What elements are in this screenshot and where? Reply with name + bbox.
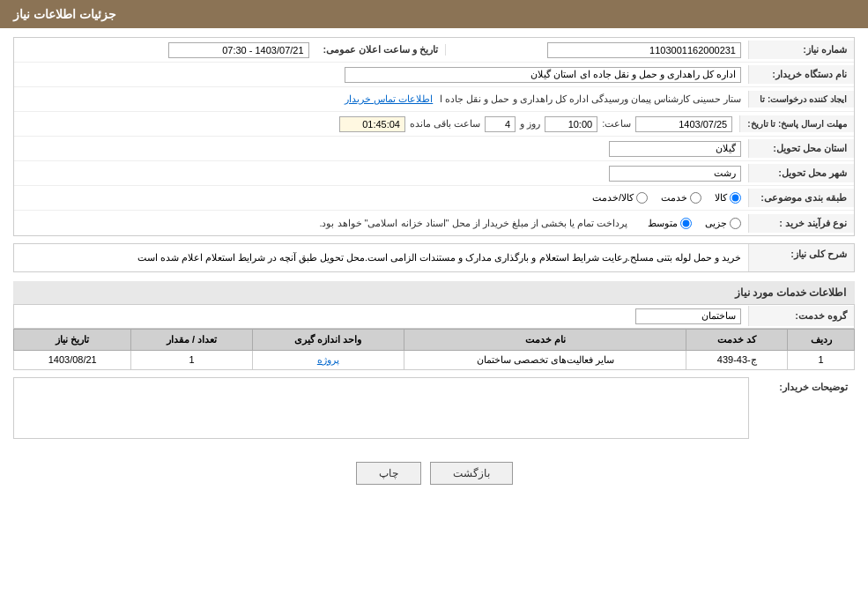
announce-date-input[interactable] <box>168 42 309 58</box>
send-date-label: مهلت ارسال پاسخ: تا تاریخ: <box>739 115 854 132</box>
services-section-title: اطلاعات خدمات مورد نیاز <box>13 281 855 305</box>
row-category: طبقه بندی موضوعی: کالا خدمت کالا/خدمت <box>14 186 854 211</box>
order-number-input[interactable] <box>547 42 741 58</box>
radio-jazii-label: جزیی <box>705 218 727 229</box>
row-city: شهر محل تحویل: <box>14 161 854 186</box>
description-section: شرح کلی نیاز: خرید و حمل لوله بتنی مسلح.… <box>13 243 855 272</box>
service-group-label: گروه خدمت: <box>748 306 854 326</box>
col-date: تاریخ نیاز <box>14 329 131 350</box>
remaining-input[interactable] <box>339 116 405 132</box>
row-buyer-org: نام دستگاه خریدار: <box>14 63 854 87</box>
radio-kala[interactable]: کالا <box>715 192 741 204</box>
radio-motavasset[interactable]: متوسط <box>648 218 692 229</box>
back-button[interactable]: بازگشت <box>430 462 513 485</box>
row-order-number: شماره نیاز: تاریخ و ساعت اعلان عمومی: <box>14 38 854 63</box>
row-process: نوع فرآیند خرید : جزیی متوسط پرداخت تمام… <box>14 211 854 235</box>
buyer-org-label: نام دستگاه خریدار: <box>748 65 854 84</box>
creator-label: ایجاد کننده درخواست: تا <box>748 91 854 108</box>
buyer-notes-section: توضیحات خریدار: <box>13 377 855 442</box>
order-number-label: شماره نیاز: <box>748 41 854 59</box>
col-service-code: کد خدمت <box>686 329 788 350</box>
radio-kala-input[interactable] <box>730 192 741 204</box>
service-group-input[interactable] <box>635 308 741 324</box>
col-row-num: ردیف <box>788 329 855 350</box>
buttons-row: بازگشت چاپ <box>13 449 855 498</box>
category-label: طبقه بندی موضوعی: <box>748 189 854 207</box>
process-radio-group: جزیی متوسط پرداخت تمام یا بخشی از مبلغ خ… <box>14 212 748 235</box>
announce-date-label: تاریخ و ساعت اعلان عمومی: <box>316 44 447 56</box>
creator-contact-link[interactable]: اطلاعات تماس خریدار <box>345 93 433 105</box>
process-label: نوع فرآیند خرید : <box>748 214 854 233</box>
buyer-org-input[interactable] <box>345 67 741 83</box>
send-date-input[interactable] <box>635 116 732 132</box>
page-title: جزئیات اطلاعات نیاز <box>13 7 116 21</box>
services-table: ردیف کد خدمت نام خدمت واحد اندازه گیری ت… <box>13 329 855 370</box>
row-creator: ایجاد کننده درخواست: تا ستار حسینی کارشن… <box>14 87 854 112</box>
send-time-label: ساعت: <box>602 118 631 130</box>
remaining-label: ساعت باقی مانده <box>410 118 480 130</box>
buyer-note-textarea[interactable] <box>13 377 749 439</box>
city-input[interactable] <box>609 166 741 182</box>
process-note: پرداخت تمام یا بخشی از مبلغ خریدار از مح… <box>312 215 634 232</box>
description-value: خرید و حمل لوله بتنی مسلح.رعایت شرایط اس… <box>14 244 748 271</box>
radio-jazii-input[interactable] <box>730 218 741 229</box>
send-time-input[interactable] <box>545 116 597 132</box>
page-header: جزئیات اطلاعات نیاز <box>0 0 868 28</box>
province-input[interactable] <box>609 141 741 157</box>
radio-motavasset-label: متوسط <box>648 218 678 229</box>
row-province: استان محل تحویل: <box>14 137 854 161</box>
radio-khadamat[interactable]: خدمت <box>661 192 701 204</box>
send-days-label: روز و <box>520 118 540 130</box>
province-label: استان محل تحویل: <box>748 139 854 158</box>
city-label: شهر محل تحویل: <box>748 164 854 182</box>
creator-value: ستار حسینی کارشناس پیمان ورسیدگی اداره ک… <box>440 93 741 105</box>
table-row: 1 ج-43-439 سایر فعالیت‌های تخصصی ساختمان… <box>14 350 855 369</box>
col-unit: واحد اندازه گیری <box>252 329 404 350</box>
service-group-row: گروه خدمت: <box>13 305 855 329</box>
category-radio-group: کالا خدمت کالا/خدمت <box>14 189 748 207</box>
main-form: شماره نیاز: تاریخ و ساعت اعلان عمومی: نا… <box>13 37 855 236</box>
print-button[interactable]: چاپ <box>356 462 421 485</box>
radio-motavasset-input[interactable] <box>680 218 692 229</box>
col-service-name: نام خدمت <box>404 329 686 350</box>
buyer-note-label: توضیحات خریدار: <box>749 377 855 442</box>
radio-kala-label: کالا <box>715 192 727 204</box>
radio-kala-khadamat-input[interactable] <box>636 192 648 204</box>
radio-khadamat-label: خدمت <box>661 192 687 204</box>
radio-kala-khadamat-label: کالا/خدمت <box>592 192 634 204</box>
description-label: شرح کلی نیاز: <box>748 244 854 271</box>
col-quantity: تعداد / مقدار <box>131 329 252 350</box>
send-days-input[interactable] <box>485 116 516 132</box>
row-send-date: مهلت ارسال پاسخ: تا تاریخ: ساعت: روز و س… <box>14 112 854 137</box>
radio-jazii[interactable]: جزیی <box>705 218 741 229</box>
radio-kala-khadamat[interactable]: کالا/خدمت <box>592 192 648 204</box>
radio-khadamat-input[interactable] <box>690 192 701 204</box>
